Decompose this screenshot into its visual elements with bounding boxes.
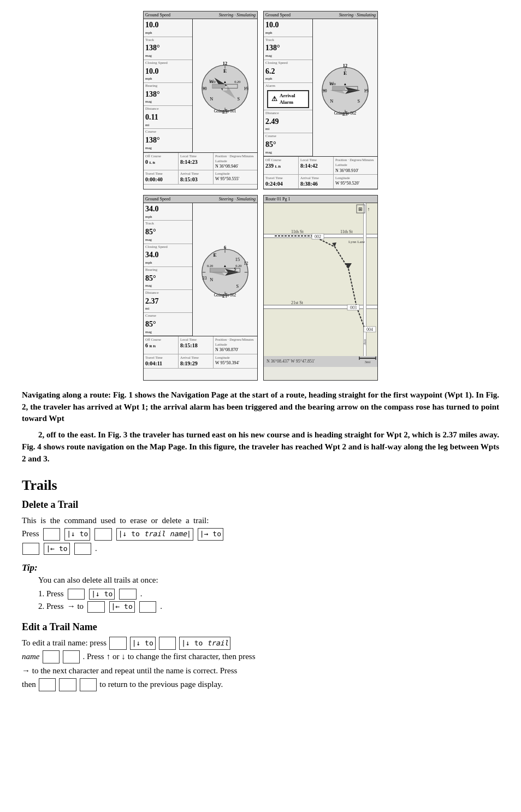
figures-row2: Ground Speed Steering · Simulating 34.0 … (22, 195, 499, 381)
fig1-left: 10.0 mph Track 138° mag Closing Speed 10… (144, 19, 193, 152)
svg-text:E: E (344, 70, 347, 76)
fig2-status: Steering · Simulating (339, 12, 376, 18)
fig1-pos-cell: Position · Degrees/Minutes Latitude N 36… (214, 153, 257, 170)
svg-text:21st St: 21st St (291, 300, 304, 305)
svg-rect-16 (212, 84, 225, 88)
svg-text:33: 33 (202, 276, 206, 281)
fig2-track-label: Track (265, 38, 311, 43)
tip-step2-label: 2. Press (38, 601, 64, 612)
fig3-compass-area: 6 12 21 33 E 15 N S 0.20 (193, 203, 257, 336)
fig2-row1: Off Course 239 L ft Local Time 8:14:42 P… (264, 157, 377, 174)
delete-trail-heading: Delete a Trail (22, 498, 499, 512)
svg-text:0.20: 0.20 (234, 80, 240, 84)
fig3-header: Ground Speed Steering · Simulating (144, 195, 257, 203)
svg-rect-37 (333, 86, 345, 90)
fig3-row2: Travel Time 0:04:11 Arrival Time 8:19:29… (144, 354, 257, 369)
svg-marker-80 (345, 263, 352, 269)
fig1-row2: Travel Time 0:00:40 Arrival Time 8:15:03… (144, 170, 257, 185)
fig2-localtime-cell: Local Time 8:14:42 (299, 157, 334, 174)
fig1-track-box: Track 138° mag (144, 37, 192, 60)
fig3-gs-label: Ground Speed (145, 196, 170, 202)
trails-section: Trails Delete a Trail This is the comman… (22, 476, 499, 692)
delete-trail-cmd1: Press |↓ to |↓ to trail name| |→ to (22, 527, 499, 541)
navigation-text: Navigating along a route: Fig. 1 shows t… (22, 389, 499, 465)
fig3-track-label: Track (145, 221, 191, 227)
svg-text:E: E (223, 68, 227, 74)
fig3-dist-val: 2.37 (145, 296, 191, 307)
tip-period1: . (140, 588, 143, 600)
tip-heading: Tip: (22, 561, 499, 574)
fig1-track-label: Track (145, 38, 191, 43)
press-label: Press (22, 527, 39, 540)
fig3-left: 34.0 mph Track 85° mag Closing Speed 34.… (144, 203, 193, 336)
edit-trail-heading: Edit a Trail Name (22, 620, 499, 634)
fig3-fields: 34.0 mph Track 85° mag Closing Speed 34.… (144, 203, 257, 336)
fig1-gs-box: 10.0 mph (144, 19, 192, 37)
key1 (43, 528, 60, 541)
tip-key5: |← to (109, 601, 135, 612)
edit-key1 (109, 637, 126, 650)
fig2-track-unit: mag (265, 54, 311, 59)
edit-key9 (80, 678, 97, 691)
svg-text:▲: ▲ (223, 80, 227, 84)
fig2-dist-unit: mi (265, 127, 311, 132)
fig1-lon-cell: Longitude W 95°50.555' (214, 170, 257, 184)
svg-text:Ave: Ave (363, 339, 367, 345)
edit-name: name (22, 650, 40, 664)
tip-key2: |↓ to (89, 589, 115, 600)
fig2-bearing-label: Alarm (265, 84, 311, 89)
fig2-bearing-box: Alarm ⚠ Arrival Alarm (264, 83, 312, 110)
fig1-row1: Off Course 0 L ft Local Time 8:14:23 Pos… (144, 153, 257, 170)
fig3-bearing-box: Bearing 85° mag (144, 267, 192, 290)
fig2-arrival-cell: Arrival Time 8:38:46 (299, 175, 334, 188)
fig1-bearing-unit: mag (145, 99, 191, 105)
fig1-course-val: 138° (145, 135, 191, 146)
fig3-course-val: 85° (145, 319, 191, 330)
fig1-gs-label: Ground Speed (145, 12, 170, 18)
fig1-header: Ground Speed Steering · Simulating (144, 11, 257, 19)
fig3-cs-label: Closing Speed (145, 245, 191, 250)
edit-key4: |↓ to trail (179, 637, 230, 650)
edit-intro: To edit a trail name: press (22, 636, 106, 650)
fig2-cs-box: Closing Speed 6.2 mph (264, 60, 312, 83)
svg-text:S: S (237, 96, 240, 101)
svg-text:003: 003 (350, 305, 357, 310)
fig1-dist-label: Distance (145, 106, 191, 112)
edit-updown: ↑ or ↓ (106, 650, 126, 664)
svg-rect-57 (210, 268, 226, 272)
fig1-dist-box: Distance 0.11 mi (144, 106, 192, 129)
edit-change: to change the first character, then pres… (128, 650, 256, 664)
tip-key4 (87, 601, 104, 612)
fig2-header: Ground Speed Steering · Simulating (264, 11, 377, 19)
svg-text:S: S (357, 98, 360, 103)
nav-paragraph1: Navigating along a route: Fig. 1 shows t… (22, 389, 499, 425)
fig3-dist-box: Distance 2.37 mi (144, 290, 192, 313)
tip-section: Tip: You can also delete all trails at o… (22, 561, 499, 612)
edit-line2: name . Press ↑ or ↓ to change the first … (22, 650, 499, 664)
fig3-nav-panel: Ground Speed Steering · Simulating 34.0 … (143, 195, 258, 381)
tip-arrow: → to (67, 601, 84, 612)
key6 (22, 543, 39, 555)
svg-text:30: 30 (322, 88, 327, 93)
fig1-cs-box: Closing Speed 10.0 mph (144, 60, 192, 83)
key5: |→ to (198, 528, 223, 541)
fig1-track-val: 138° (145, 43, 191, 54)
fig3-traveltime-cell: Travel Time 0:04:11 (144, 354, 179, 368)
edit-key3 (159, 637, 176, 650)
fig2-track-val: 138° (265, 43, 311, 54)
fig1-traveltime-cell: Travel Time 0:00:40 (144, 170, 179, 184)
fig2-track-box: Track 138° mag (264, 37, 312, 60)
svg-text:11th St: 11th St (291, 229, 304, 234)
fig3-course-label: Course (145, 313, 191, 319)
key8 (74, 543, 91, 555)
svg-text:12: 12 (244, 260, 248, 265)
fig1-bearing-val: 138° (145, 89, 191, 100)
fig3-status: Steering · Simulating (219, 196, 256, 202)
fig2-course-val: 85° (265, 139, 311, 150)
svg-text:Going To 002: Going To 002 (214, 292, 236, 297)
fig1-gs-unit: mph (145, 31, 191, 36)
fig3-course-box: Course 85° mag (144, 313, 192, 336)
fig1-localtime-cell: Local Time 8:14:23 (179, 153, 214, 170)
fig1-nav-panel: Ground Speed Steering · Simulating 10.0 … (143, 11, 258, 189)
svg-text:15: 15 (364, 88, 368, 93)
